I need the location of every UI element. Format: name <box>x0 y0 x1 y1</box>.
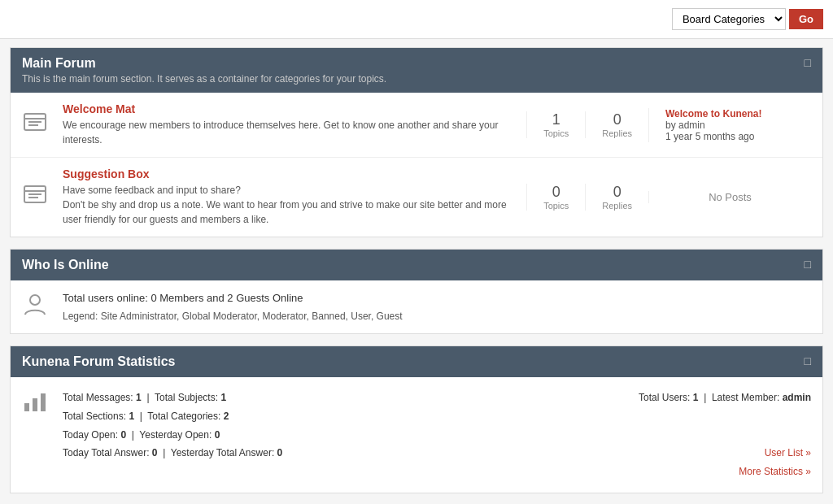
statistics-title: Kunena Forum Statistics <box>22 354 175 369</box>
svg-rect-11 <box>41 393 46 411</box>
main-forum-section: Main Forum This is the main forum sectio… <box>10 47 823 237</box>
main-forum-title: Main Forum <box>22 56 386 71</box>
forum-desc-suggestion: Have some feedback and input to share?Do… <box>63 183 526 227</box>
main-forum-subtitle: This is the main forum section. It serve… <box>22 73 386 85</box>
more-stats-link[interactable]: More Statistics » <box>639 463 811 481</box>
stat-sections: Total Sections: 1 | Total Categories: 2 <box>63 407 627 426</box>
forum-desc-welcome: We encourage new members to introduce th… <box>63 118 526 147</box>
chart-icon <box>22 389 51 417</box>
svg-rect-9 <box>24 403 29 411</box>
go-button[interactable]: Go <box>789 9 823 29</box>
legend-mod: Moderator, <box>263 311 312 322</box>
forum-info-suggestion: Suggestion Box Have some feedback and in… <box>63 167 526 227</box>
user-icon <box>22 292 51 320</box>
stat-spacer1 <box>639 407 811 426</box>
stat-replies-welcome: 0 Replies <box>585 111 648 138</box>
forum-icon-welcome <box>22 111 51 139</box>
statistics-section: Kunena Forum Statistics □ Total Messages… <box>10 345 823 493</box>
stats-collapse-icon[interactable]: □ <box>805 354 811 367</box>
svg-rect-10 <box>33 398 37 411</box>
board-categories-dropdown[interactable]: Board Categories <box>672 8 786 30</box>
legend-site-admin: Site Administrator, <box>101 311 182 322</box>
legend-banned: Banned, <box>312 311 351 322</box>
collapse-icon[interactable]: □ <box>805 56 811 69</box>
stat-today-open: Today Open: 0 | Yesterday Open: 0 <box>63 426 627 445</box>
forum-name-suggestion[interactable]: Suggestion Box <box>63 167 150 180</box>
online-title: Who Is Online <box>22 258 109 272</box>
stat-topics-welcome: 1 Topics <box>526 111 585 138</box>
stat-topics-suggestion: 0 Topics <box>526 184 585 211</box>
stat-replies-suggestion: 0 Replies <box>585 184 648 211</box>
legend-label: Legend: <box>63 311 98 322</box>
last-post-by-welcome: by admin <box>665 119 705 131</box>
forum-icon-suggestion <box>22 183 51 211</box>
stat-spacer2 <box>639 426 811 445</box>
legend-guest: Guest <box>377 311 403 322</box>
last-post-welcome: Welcome to Kunena! by admin 1 year 5 mon… <box>648 108 811 142</box>
last-post-when-welcome: 1 year 5 months ago <box>665 131 754 142</box>
stat-messages: Total Messages: 1 | Total Subjects: 1 <box>63 389 627 407</box>
statistics-left: Total Messages: 1 | Total Subjects: 1 To… <box>63 389 627 463</box>
forum-row-welcome-mat: Welcome Mat We encourage new members to … <box>11 93 822 158</box>
statistics-right: Total Users: 1 | Latest Member: admin Us… <box>639 389 811 481</box>
forum-name-welcome[interactable]: Welcome Mat <box>63 102 135 115</box>
online-info: Total users online: 0 Members and 2 Gues… <box>63 292 811 322</box>
legend-row: Legend: Site Administrator, Global Moder… <box>63 311 811 322</box>
online-body: Total users online: 0 Members and 2 Gues… <box>11 280 822 333</box>
forum-info-welcome: Welcome Mat We encourage new members to … <box>63 102 526 147</box>
legend-global-mod: Global Moderator, <box>182 311 263 322</box>
who-is-online-section: Who Is Online □ Total users online: 0 Me… <box>10 249 823 334</box>
statistics-body: Total Messages: 1 | Total Subjects: 1 To… <box>11 377 822 493</box>
online-header: Who Is Online □ <box>11 250 822 280</box>
main-forum-header: Main Forum This is the main forum sectio… <box>11 48 822 93</box>
last-post-title-welcome: Welcome to Kunena! <box>665 108 761 119</box>
forum-stats-suggestion: 0 Topics 0 Replies <box>526 184 648 211</box>
top-bar: Board Categories Go <box>0 0 833 39</box>
svg-point-8 <box>30 295 40 305</box>
legend-user: User, <box>351 311 376 322</box>
forum-row-suggestion: Suggestion Box Have some feedback and in… <box>11 158 822 237</box>
page-content: Main Forum This is the main forum sectio… <box>0 39 833 504</box>
forum-stats-welcome: 1 Topics 0 Replies <box>526 111 648 138</box>
no-posts-suggestion: No Posts <box>648 191 811 203</box>
online-collapse-icon[interactable]: □ <box>805 258 811 271</box>
online-total: Total users online: 0 Members and 2 Gues… <box>63 292 811 304</box>
stat-answers: Today Total Answer: 0 | Yesterday Total … <box>63 444 627 463</box>
user-list-link[interactable]: User List » <box>639 444 811 463</box>
stat-total-users: Total Users: 1 | Latest Member: admin <box>639 389 811 407</box>
statistics-header: Kunena Forum Statistics □ <box>11 346 822 377</box>
